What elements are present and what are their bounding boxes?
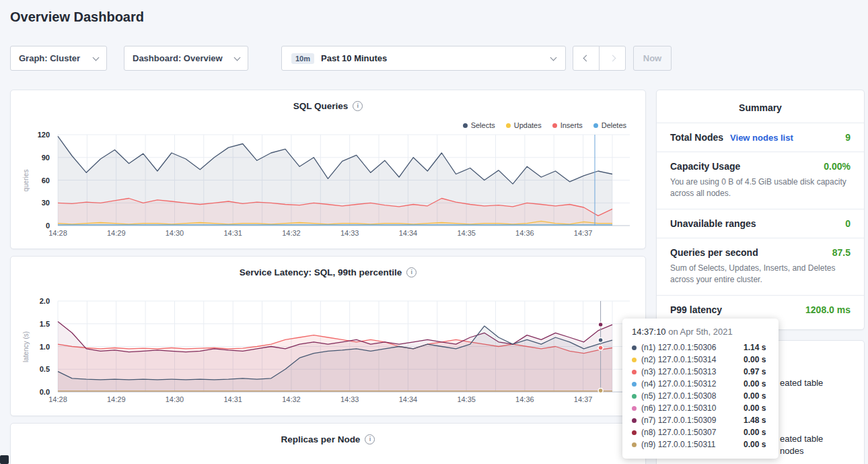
y-tick-label: 90 xyxy=(11,154,50,162)
capacity-usage-label: Capacity Usage xyxy=(670,161,740,172)
x-tick-label: 14:32 xyxy=(275,395,308,403)
node-color-dot xyxy=(632,358,637,362)
capacity-usage-value: 0.00% xyxy=(824,161,851,172)
node-latency-value: 0.00 s xyxy=(744,391,766,401)
sql-queries-chart-card: SQL Queriesi SelectsUpdatesInsertsDelete… xyxy=(10,90,646,249)
summary-row-unavailable-ranges: Unavailable ranges 0 xyxy=(657,209,864,238)
node-color-dot xyxy=(632,382,637,387)
p99-latency-value: 1208.0 ms xyxy=(805,304,851,315)
service-latency-chart-card: Service Latency: SQL, 99th percentilei 0… xyxy=(10,256,646,416)
node-address: (n9) 127.0.0.1:50311 xyxy=(641,440,744,449)
x-tick-label: 14:36 xyxy=(508,395,542,403)
tooltip-node-row: (n5) 127.0.0.1:503080.00 s xyxy=(632,390,769,402)
node-address: (n8) 127.0.0.1:50307 xyxy=(641,428,744,437)
tooltip-rows: (n1) 127.0.0.1:503061.14 s(n2) 127.0.0.1… xyxy=(632,341,769,451)
crosshair-dot xyxy=(598,389,603,393)
chart-header: Replicas per Nodei xyxy=(11,433,645,445)
node-latency-value: 0.00 s xyxy=(744,428,766,437)
x-tick-label: 14:29 xyxy=(100,229,133,237)
chevron-down-icon xyxy=(93,54,100,61)
tooltip-date: on Apr 5th, 2021 xyxy=(668,327,732,337)
x-tick-label: 14:35 xyxy=(449,229,483,237)
chevron-right-icon xyxy=(609,55,616,62)
y-tick-label: 120 xyxy=(11,131,50,139)
x-tick-label: 14:36 xyxy=(508,229,542,237)
node-color-dot xyxy=(632,442,637,447)
time-range-label: Past 10 Minutes xyxy=(321,53,387,63)
node-color-dot xyxy=(632,345,637,350)
y-axis-title: queries xyxy=(22,169,30,191)
node-latency-value: 0.00 s xyxy=(744,403,766,413)
x-tick-label: 14:28 xyxy=(41,229,75,237)
node-latency-value: 0.97 s xyxy=(744,367,766,376)
tooltip-node-row: (n7) 127.0.0.1:503091.48 s xyxy=(632,414,769,426)
node-address: (n5) 127.0.0.1:50308 xyxy=(641,391,744,401)
chevron-down-icon xyxy=(550,54,557,61)
tooltip-node-row: (n2) 127.0.0.1:503140.00 s xyxy=(632,354,769,366)
x-tick-label: 14:34 xyxy=(391,395,425,403)
node-address: (n7) 127.0.0.1:50309 xyxy=(641,416,744,425)
graph-dropdown-label: Graph: Cluster xyxy=(19,53,80,63)
summary-panel: Summary Total Nodes View nodes list 9 Ca… xyxy=(656,90,865,330)
summary-row-total-nodes: Total Nodes View nodes list 9 xyxy=(657,123,864,152)
crosshair-dot xyxy=(598,338,603,343)
node-latency-value: 0.00 s xyxy=(744,440,766,449)
unavailable-ranges-value: 0 xyxy=(845,218,851,229)
x-tick-label: 14:31 xyxy=(216,229,250,237)
summary-title: Summary xyxy=(657,90,864,123)
replicas-per-node-chart-card: Replicas per Nodei xyxy=(10,423,646,464)
qps-description: Sum of Selects, Updates, Inserts, and De… xyxy=(670,263,851,286)
node-address: (n2) 127.0.0.1:50314 xyxy=(641,355,744,364)
node-color-dot xyxy=(632,370,637,374)
time-range-badge: 10m xyxy=(291,53,314,64)
y-tick-label: 0.5 xyxy=(11,365,50,373)
chart-hover-tooltip: 14:37:10 on Apr 5th, 2021 (n1) 127.0.0.1… xyxy=(622,319,779,459)
view-nodes-list-link[interactable]: View nodes list xyxy=(730,133,793,143)
overview-dashboard-page: Overview Dashboard Graph: Cluster Dashbo… xyxy=(0,0,868,464)
tooltip-node-row: (n6) 127.0.0.1:503100.00 s xyxy=(632,402,769,414)
tooltip-time: 14:37:10 xyxy=(632,327,666,337)
sql-queries-plot[interactable]: 0306090120queries14:2814:2914:3014:3114:… xyxy=(11,90,645,248)
tooltip-node-row: (n8) 127.0.0.1:503070.00 s xyxy=(632,426,769,438)
now-button[interactable]: Now xyxy=(633,46,672,71)
dashboard-dropdown-label: Dashboard: Overview xyxy=(133,53,223,63)
node-address: (n1) 127.0.0.1:50306 xyxy=(641,343,744,352)
info-icon[interactable]: i xyxy=(365,434,375,444)
x-tick-label: 14:30 xyxy=(157,395,191,403)
time-range-dropdown[interactable]: 10m Past 10 Minutes xyxy=(281,46,566,71)
tooltip-node-row: (n3) 127.0.0.1:503130.97 s xyxy=(632,366,769,378)
y-tick-label: 60 xyxy=(11,176,50,185)
event-item-text: eated table xyxy=(780,434,823,444)
total-nodes-label: Total Nodes xyxy=(670,132,723,143)
tooltip-timestamp: 14:37:10 on Apr 5th, 2021 xyxy=(632,327,769,337)
node-latency-value: 0.00 s xyxy=(744,355,766,364)
chat-widget-partial xyxy=(0,455,9,464)
node-address: (n4) 127.0.0.1:50312 xyxy=(641,379,744,389)
node-latency-value: 1.48 s xyxy=(744,416,766,425)
x-tick-label: 14:32 xyxy=(275,229,308,237)
qps-value: 87.5 xyxy=(832,247,851,258)
node-address: (n6) 127.0.0.1:50310 xyxy=(641,403,744,413)
service-latency-plot[interactable]: 0.00.51.01.52.0latency (s)14:2814:2914:3… xyxy=(11,257,645,416)
x-tick-label: 14:35 xyxy=(449,395,483,403)
chevron-down-icon xyxy=(234,54,241,61)
time-forward-button[interactable] xyxy=(599,46,626,71)
event-item-text: eated table xyxy=(780,378,823,388)
x-tick-label: 14:37 xyxy=(567,229,600,237)
time-back-button[interactable] xyxy=(573,46,600,71)
graph-dropdown[interactable]: Graph: Cluster xyxy=(10,46,107,71)
chart-title: Replicas per Node xyxy=(281,434,361,444)
node-color-dot xyxy=(632,430,637,435)
capacity-usage-description: You are using 0 B of 4.5 GiB usable disk… xyxy=(670,176,851,200)
page-title: Overview Dashboard xyxy=(10,9,144,25)
x-tick-label: 14:30 xyxy=(157,229,191,237)
dashboard-dropdown[interactable]: Dashboard: Overview xyxy=(124,46,248,71)
summary-row-qps: Queries per second 87.5 Sum of Selects, … xyxy=(657,238,864,295)
crosshair-dot xyxy=(598,345,603,350)
y-tick-label: 30 xyxy=(11,199,50,207)
chevron-left-icon xyxy=(583,55,589,62)
y-tick-label: 2.0 xyxy=(11,297,50,305)
crosshair-dot xyxy=(598,323,603,327)
y-tick-label: 1.5 xyxy=(11,320,50,328)
y-tick-label: 1.0 xyxy=(11,343,50,351)
